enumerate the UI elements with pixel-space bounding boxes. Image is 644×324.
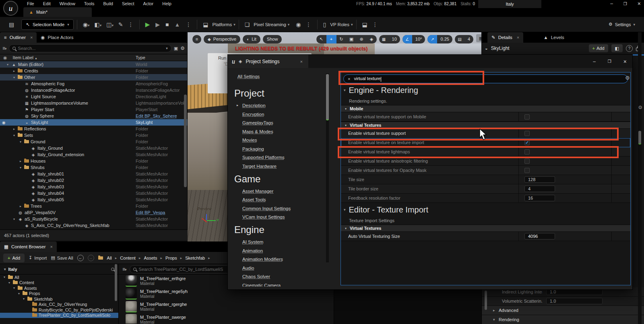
table-row[interactable]: ◈Italy_shrub01StaticMeshActor [0, 171, 187, 177]
table-row[interactable]: ☀Light SourceDirectionalLight [0, 93, 187, 100]
table-row[interactable]: ◍InstancedFoliageActorInstancedFoliageAc… [0, 87, 187, 93]
help-icon[interactable]: ? [626, 45, 633, 52]
table-row[interactable]: ▦LightmassImportanceVolumeLightmassImpor… [0, 100, 187, 106]
expander-icon[interactable]: ▾ [12, 76, 16, 79]
filter-icon[interactable]: ≡▾ [2, 45, 6, 51]
category-row[interactable]: ▾Rendering [482, 315, 644, 324]
project-settings-titlebar[interactable]: u ◈ Project Settings × – ❐ × [228, 55, 632, 68]
table-row[interactable]: ◍Sky SphereEdit BP_Sky_Sphere [0, 113, 187, 119]
breadcrumb-item[interactable]: All [107, 256, 112, 260]
back-icon[interactable]: ← [77, 255, 84, 261]
menu-file[interactable]: File [23, 1, 39, 6]
checkbox[interactable] [524, 168, 530, 173]
show-dropdown[interactable]: Show [263, 35, 282, 43]
save-icon[interactable]: ▤ [6, 21, 17, 28]
stop-button[interactable]: ■ [163, 21, 171, 28]
settings-nav-scrollbar[interactable] [326, 73, 329, 262]
folder-tree-row[interactable]: Axis_CC_by_OliverYeung [0, 302, 118, 307]
expander-icon[interactable]: ▾ [6, 63, 10, 66]
settings-nav-item[interactable]: Common Input Settings [242, 206, 291, 211]
settings-nav-item[interactable]: Asset Manager [242, 189, 273, 194]
table-row[interactable]: ▾◈aS_RustyBicycleStaticMeshActor [0, 216, 187, 222]
add-button[interactable]: + Add [3, 254, 25, 262]
tab-content-browser[interactable]: ▦ Content Browser × [0, 241, 57, 252]
table-row[interactable]: ▾SetsFolder [0, 132, 187, 138]
scale-tool[interactable]: ▣ [347, 35, 357, 43]
unreal-logo-icon[interactable]: u [3, 1, 18, 16]
settings-nav-item[interactable]: VCam Input Settings [242, 215, 285, 219]
settings-dropdown[interactable]: ⚙ Settings ▾ [609, 22, 635, 27]
tab-place-actors[interactable]: ◉ Place Actors [37, 32, 77, 43]
table-row[interactable]: ▾GroundFolder [0, 138, 187, 145]
settings-nav-item[interactable]: Animation Modifiers [242, 257, 283, 262]
text-input[interactable]: 4096 [524, 233, 555, 239]
move-tool[interactable]: + [326, 35, 336, 43]
maximize-icon[interactable]: ❐ [608, 59, 611, 64]
surface-snap-icon[interactable]: ◈ [367, 35, 377, 43]
details-right-scrollbar[interactable] [638, 32, 642, 324]
menu-window[interactable]: Window [55, 1, 80, 6]
settings-nav-item[interactable]: Supported Platforms [242, 155, 285, 160]
minimize-icon[interactable]: – [610, 1, 613, 6]
table-row[interactable]: ▸TreesFolder [0, 203, 187, 209]
more-options-icon[interactable]: ⋮ [126, 21, 136, 28]
select-tool[interactable]: ↖ [316, 35, 326, 43]
table-row[interactable]: ▾OtherFolder [0, 74, 187, 80]
asset-item[interactable]: M_TreePlanter_swergeMaterial [119, 313, 334, 324]
menu-edit[interactable]: Edit [39, 1, 55, 6]
expander-icon[interactable]: ▸ [12, 127, 16, 131]
blueprint-edit-icon[interactable]: ◧ [611, 44, 623, 52]
add-component-button[interactable]: + Add [589, 44, 608, 52]
table-row[interactable]: ◍aBP_Vespa50VEdit BP_Vespa [0, 209, 187, 216]
play-button[interactable]: ▶ [143, 21, 153, 28]
table-row[interactable]: ◈S_Axis_CC_by_OliverYeung_SketchfabStati… [0, 222, 187, 229]
menu-help[interactable]: Help [158, 1, 176, 6]
tab-outliner[interactable]: ≡ Outliner × [0, 32, 37, 43]
table-row[interactable]: ▸CreditsFolder [0, 68, 187, 74]
play-options-icon[interactable]: ⋮ [183, 21, 194, 28]
category-row[interactable]: ▸Advanced [482, 306, 644, 315]
expander-icon[interactable]: ▸ [19, 204, 23, 208]
expander-icon[interactable]: ▾ [17, 292, 21, 295]
table-row[interactable]: ◈Italy_shrub03StaticMeshActor [0, 184, 187, 190]
settings-nav-item[interactable]: Chaos Solver [242, 274, 270, 279]
tab-levels[interactable]: ▲ Levels [539, 32, 568, 43]
close-icon[interactable]: × [30, 35, 33, 40]
settings-group-bar[interactable]: ▾Virtual Textures [341, 225, 630, 232]
text-input[interactable]: 16 [524, 195, 555, 201]
more-options-icon[interactable]: ⋮ [370, 21, 380, 28]
text-input[interactable]: 4 [524, 186, 555, 192]
expander-icon[interactable]: ▾ [22, 297, 26, 301]
tab-main-level[interactable]: ▲ Main* [23, 7, 92, 17]
expander-icon[interactable]: ▾ [12, 286, 16, 290]
table-row[interactable]: ◉◒SkyLightSkyLight [0, 119, 187, 126]
menu-build[interactable]: Build [99, 1, 118, 6]
multi-user-icon[interactable]: ◉ [293, 21, 303, 28]
grid-snap-control[interactable]: ▦10 [379, 35, 400, 43]
close-icon[interactable]: × [638, 0, 641, 7]
edit-blueprint-link[interactable]: Edit BP_Vespa [136, 210, 187, 215]
maximize-icon[interactable]: ❐ [623, 2, 627, 6]
expander-icon[interactable]: ▾ [12, 217, 16, 221]
expander-icon[interactable]: ▾ [2, 275, 6, 279]
settings-nav-item[interactable]: GameplayTags [242, 120, 273, 125]
folder-tree-row[interactable]: ▾Content [0, 280, 118, 286]
folder-tree-row[interactable]: RustyBicycle_CC_by_PiotrPjotDyderski [0, 307, 118, 313]
menu-actor[interactable]: Actor [139, 1, 158, 6]
type-column[interactable]: Type [136, 55, 145, 60]
folder-tree-row[interactable]: ▾Sketchfab [0, 296, 118, 302]
tab-details[interactable]: ✎ Details × [487, 32, 523, 43]
world-space-icon[interactable]: ⊕ [357, 35, 367, 43]
settings-nav-item[interactable]: Animation [242, 248, 263, 253]
asset-item[interactable]: M_TreePlanter_rgergheMaterial [119, 300, 334, 313]
platforms-dropdown[interactable]: ⬓ Platforms ▾ [200, 21, 235, 28]
gear-icon[interactable]: ⚙ [625, 75, 630, 81]
expander-icon[interactable]: ▾ [12, 134, 16, 137]
expander-icon[interactable]: ▸ [12, 69, 16, 73]
save-all-button[interactable]: ▤ Save All [51, 255, 73, 260]
edit-blueprint-link[interactable]: Edit BP_Sky_Sphere [136, 114, 187, 118]
visibility-column-icon[interactable]: ◉ [3, 55, 7, 60]
item-label-column[interactable]: Item Label ▲ [13, 55, 37, 60]
eject-button[interactable]: ▲ [172, 21, 183, 28]
settings-nav-item[interactable]: ▸Description [242, 103, 266, 108]
